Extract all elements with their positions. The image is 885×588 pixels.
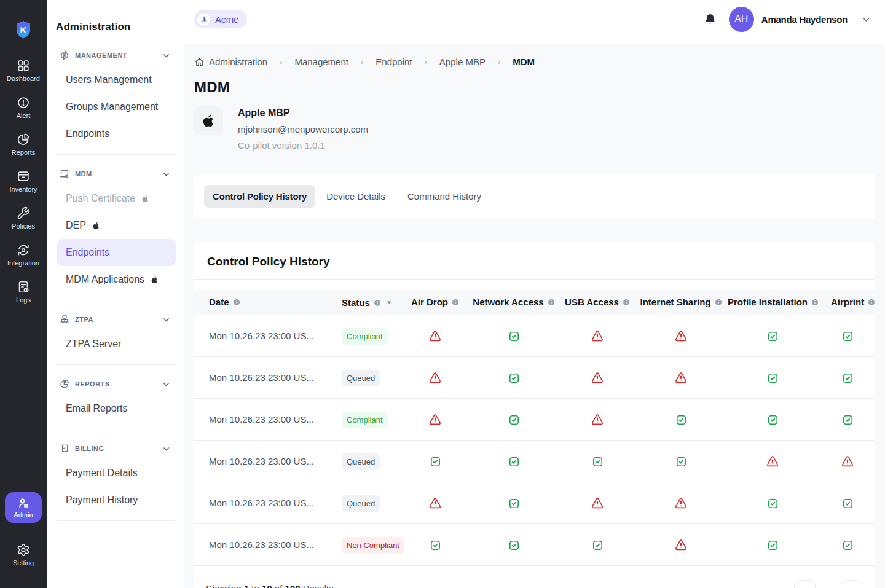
svg-text:K: K xyxy=(20,25,27,35)
